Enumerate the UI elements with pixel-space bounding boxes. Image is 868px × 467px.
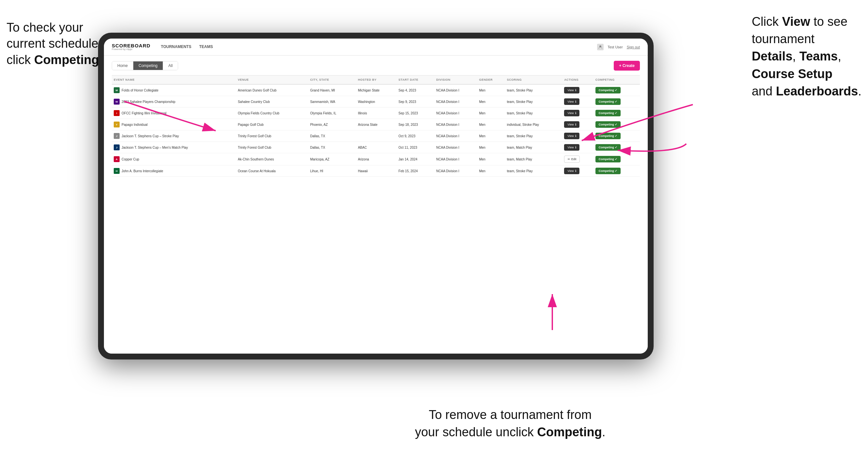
hosted-by-cell: Washington bbox=[356, 96, 396, 107]
actions-cell[interactable]: View ℹ bbox=[562, 165, 593, 177]
annotation-teams-bold: Teams bbox=[799, 49, 838, 63]
col-scoring: SCORING bbox=[505, 75, 562, 85]
table-header: EVENT NAME VENUE CITY, STATE HOSTED BY S… bbox=[112, 75, 640, 85]
view-button[interactable]: View ℹ bbox=[564, 87, 579, 93]
city-state-cell: Lihue, HI bbox=[308, 165, 356, 177]
gender-cell: Men bbox=[477, 119, 505, 130]
table-row: A Copper Cup Ak-Chin Southern DunesMaric… bbox=[112, 153, 640, 165]
annotation-top-right: Click View to see tournament Details, Te… bbox=[752, 13, 862, 100]
filter-tab-all[interactable]: All bbox=[163, 61, 178, 70]
competing-badge[interactable]: Competing ✓ bbox=[595, 168, 621, 174]
user-label: Test User bbox=[608, 45, 623, 49]
team-logo: A bbox=[114, 156, 120, 162]
division-cell: NCAA Division I bbox=[434, 107, 477, 119]
team-logo: H bbox=[114, 168, 120, 174]
competing-badge[interactable]: Competing ✓ bbox=[595, 110, 621, 116]
nav-teams[interactable]: TEAMS bbox=[199, 43, 213, 51]
start-date-cell: Jan 14, 2024 bbox=[396, 153, 434, 165]
actions-cell[interactable]: View ℹ bbox=[562, 142, 593, 153]
event-name: John A. Burns Intercollegiate bbox=[122, 169, 163, 173]
col-actions: ACTIONS bbox=[562, 75, 593, 85]
venue-cell: Papago Golf Club bbox=[236, 119, 308, 130]
nav-right: Test User Sign out bbox=[597, 44, 640, 50]
competing-cell[interactable]: Competing ✓ bbox=[593, 84, 640, 96]
actions-cell[interactable]: View ℹ bbox=[562, 130, 593, 142]
view-button[interactable]: View ℹ bbox=[564, 168, 579, 174]
info-icon: ℹ bbox=[575, 100, 576, 103]
filter-tabs: Home Competing All bbox=[112, 61, 178, 70]
scoring-cell: team, Stroke Play bbox=[505, 165, 562, 177]
division-cell: NCAA Division I bbox=[434, 142, 477, 153]
actions-cell[interactable]: View ℹ bbox=[562, 84, 593, 96]
view-button[interactable]: View ℹ bbox=[564, 121, 579, 128]
annotation-competing-bottom-bold: Competing bbox=[537, 425, 602, 439]
col-start-date: START DATE bbox=[396, 75, 434, 85]
competing-badge[interactable]: Competing ✓ bbox=[595, 156, 621, 162]
start-date-cell: Sep 9, 2023 bbox=[396, 96, 434, 107]
event-name-cell: J Jackson T. Stephens Cup – Stroke Play bbox=[112, 130, 236, 142]
competing-cell[interactable]: Competing ✓ bbox=[593, 165, 640, 177]
competing-badge[interactable]: Competing ✓ bbox=[595, 98, 621, 105]
table-row: H John A. Burns Intercollegiate Ocean Co… bbox=[112, 165, 640, 177]
actions-cell[interactable]: View ℹ bbox=[562, 119, 593, 130]
event-name-cell: W 2023 Sahalee Players Championship bbox=[112, 96, 236, 107]
create-button[interactable]: + Create bbox=[614, 61, 640, 71]
annotation-leaderboards-bold: Leaderboards bbox=[776, 84, 858, 98]
col-hosted-by: HOSTED BY bbox=[356, 75, 396, 85]
sign-out-link[interactable]: Sign out bbox=[627, 45, 640, 49]
col-venue: VENUE bbox=[236, 75, 308, 85]
tablet-screen: SCOREBOARD Powered by clippi TOURNAMENTS… bbox=[104, 38, 648, 353]
col-division: DIVISION bbox=[434, 75, 477, 85]
scoring-cell: team, Match Play bbox=[505, 142, 562, 153]
venue-cell: Ak-Chin Southern Dunes bbox=[236, 153, 308, 165]
competing-cell[interactable]: Competing ✓ bbox=[593, 130, 640, 142]
event-name: Jackson T. Stephens Cup – Stroke Play bbox=[122, 134, 179, 138]
competing-cell[interactable]: Competing ✓ bbox=[593, 119, 640, 130]
competing-cell[interactable]: Competing ✓ bbox=[593, 153, 640, 165]
logo-title: SCOREBOARD bbox=[112, 43, 150, 48]
event-name: OFCC Fighting Illini Invitational bbox=[122, 112, 166, 115]
nav-tournaments[interactable]: TOURNAMENTS bbox=[161, 43, 191, 51]
user-icon bbox=[597, 44, 603, 50]
tournaments-table: EVENT NAME VENUE CITY, STATE HOSTED BY S… bbox=[112, 75, 640, 177]
hosted-by-cell bbox=[356, 130, 396, 142]
competing-cell[interactable]: Competing ✓ bbox=[593, 107, 640, 119]
actions-cell[interactable]: View ℹ bbox=[562, 107, 593, 119]
table-row: W 2023 Sahalee Players Championship Saha… bbox=[112, 96, 640, 107]
table-row: J Jackson T. Stephens Cup – Stroke Play … bbox=[112, 130, 640, 142]
logo-sub: Powered by clippi bbox=[112, 48, 150, 51]
col-gender: GENDER bbox=[477, 75, 505, 85]
info-icon: ℹ bbox=[575, 146, 576, 149]
competing-badge[interactable]: Competing ✓ bbox=[595, 144, 621, 151]
edit-button[interactable]: ✏ Edit bbox=[564, 156, 580, 163]
venue-cell: Olympia Fields Country Club bbox=[236, 107, 308, 119]
venue-cell: Sahalee Country Club bbox=[236, 96, 308, 107]
actions-cell[interactable]: ✏ Edit bbox=[562, 153, 593, 165]
scoring-cell: team, Stroke Play bbox=[505, 130, 562, 142]
filter-tab-home[interactable]: Home bbox=[112, 61, 133, 70]
event-name-cell: A Copper Cup bbox=[112, 153, 236, 165]
competing-badge[interactable]: Competing ✓ bbox=[595, 121, 621, 128]
start-date-cell: Sep 4, 2023 bbox=[396, 84, 434, 96]
hosted-by-cell: Arizona bbox=[356, 153, 396, 165]
competing-badge[interactable]: Competing ✓ bbox=[595, 87, 621, 93]
view-button[interactable]: View ℹ bbox=[564, 144, 579, 151]
city-state-cell: Maricopa, AZ bbox=[308, 153, 356, 165]
competing-cell[interactable]: Competing ✓ bbox=[593, 96, 640, 107]
competing-cell[interactable]: Competing ✓ bbox=[593, 142, 640, 153]
view-button[interactable]: View ℹ bbox=[564, 133, 579, 139]
team-logo: Y bbox=[114, 122, 120, 127]
gender-cell: Men bbox=[477, 84, 505, 96]
team-logo: J bbox=[114, 133, 120, 139]
filter-tab-competing[interactable]: Competing bbox=[133, 61, 163, 70]
view-button[interactable]: View ℹ bbox=[564, 98, 579, 105]
info-icon: ℹ bbox=[575, 123, 576, 126]
hosted-by-cell: ABAC bbox=[356, 142, 396, 153]
scoring-cell: team, Stroke Play bbox=[505, 96, 562, 107]
info-icon: ℹ bbox=[575, 89, 576, 92]
view-button[interactable]: View ℹ bbox=[564, 110, 579, 116]
competing-badge[interactable]: Competing ✓ bbox=[595, 133, 621, 139]
actions-cell[interactable]: View ℹ bbox=[562, 96, 593, 107]
info-icon: ℹ bbox=[575, 112, 576, 115]
division-cell: NCAA Division I bbox=[434, 119, 477, 130]
